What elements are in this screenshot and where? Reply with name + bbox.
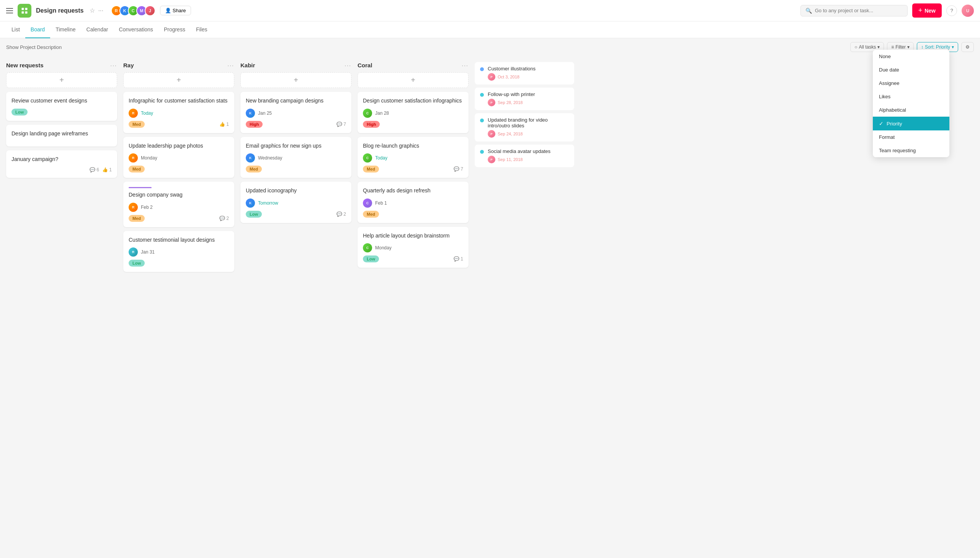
card-branding-campaign[interactable]: New branding campaign designs K Jan 25 H… [240, 92, 351, 133]
item-date: Oct 3, 2018 [497, 75, 519, 79]
more-icon[interactable]: ··· [98, 7, 103, 14]
sort-icon: ↕ [921, 44, 923, 50]
tab-board[interactable]: Board [25, 21, 50, 38]
comment-count: 💬 2 [219, 216, 229, 221]
card-title: Quarterly ads design refresh [363, 187, 463, 195]
card-quarterly-ads[interactable]: Quarterly ads design refresh C Feb 1 Med [357, 182, 469, 223]
card-company-swag[interactable]: Design company swag R Feb 2 Med 💬 2 [123, 182, 234, 227]
assignee-avatar: C [363, 243, 372, 253]
help-button[interactable]: ? [946, 5, 957, 16]
card-title: Design company swag [128, 191, 229, 199]
card-help-article[interactable]: Help article layout design brainstorm C … [357, 227, 469, 268]
tasks-icon: ○ [855, 44, 857, 50]
card-title: Customer testimonial layout designs [128, 236, 229, 244]
column-title-new: New requests [6, 62, 44, 69]
assignee-avatar: C [363, 199, 372, 208]
card-title: Design landing page wireframes [12, 130, 112, 138]
card-date: Wednesday [258, 155, 282, 161]
assignee-avatar: K [246, 153, 255, 162]
priority-badge: Med [246, 166, 262, 172]
star-icon[interactable]: ☆ [90, 7, 95, 14]
item-title: Social media avatar updates [488, 148, 569, 154]
assignee-avatar: C [363, 153, 372, 162]
right-item-illustrations[interactable]: Customer illustrations P Oct 3, 2018 [475, 62, 574, 85]
card-title: Infographic for customer satisfaction st… [128, 97, 229, 105]
right-panel: Customer illustrations P Oct 3, 2018 Fol… [475, 62, 574, 547]
priority-badge: Med [128, 166, 145, 172]
card-title: Design customer satisfaction infographic… [363, 97, 463, 105]
show-description[interactable]: Show Project Description [6, 44, 62, 50]
card-iconography[interactable]: Updated iconography K Tomorrow Low 💬 2 [240, 182, 351, 223]
sort-option-alphabetical[interactable]: Alphabetical [873, 103, 949, 117]
app-icon [18, 4, 31, 18]
card-jan-campaign[interactable]: January campaign? 💬 6 👍 1 [6, 150, 117, 178]
card-title: January campaign? [12, 156, 112, 163]
item-date: Sep 28, 2018 [497, 100, 522, 105]
column-more-new[interactable]: ··· [110, 62, 117, 69]
customize-icon: ⚙ [965, 44, 970, 50]
new-button[interactable]: + New [912, 3, 942, 18]
item-avatar: P [488, 156, 495, 163]
sort-option-team[interactable]: Team requesting [873, 144, 949, 157]
right-item-printer[interactable]: Follow-up with printer P Sep 28, 2018 [475, 88, 574, 110]
add-card-kabir[interactable]: + [240, 72, 351, 88]
column-more-ray[interactable]: ··· [227, 62, 234, 69]
priority-badge: Low [363, 256, 379, 263]
card-date: Today [141, 110, 153, 116]
card-landing-wireframes[interactable]: Design landing page wireframes [6, 125, 117, 147]
search-bar[interactable]: 🔍 [800, 5, 908, 16]
user-avatar[interactable]: U [962, 5, 974, 17]
card-leadership-photos[interactable]: Update leadership page photos R Monday M… [123, 137, 234, 178]
tab-files[interactable]: Files [191, 21, 213, 38]
sort-option-likes[interactable]: Likes [873, 90, 949, 103]
card-infographic[interactable]: Infographic for customer satisfaction st… [123, 92, 234, 133]
add-card-coral[interactable]: + [357, 72, 469, 88]
tab-calendar[interactable]: Calendar [81, 21, 114, 38]
assignee-avatar: R [128, 248, 138, 257]
card-title: Email graphics for new sign ups [246, 142, 346, 150]
tab-list[interactable]: List [6, 21, 25, 38]
card-email-graphics[interactable]: Email graphics for new sign ups K Wednes… [240, 137, 351, 178]
item-title: Customer illustrations [488, 66, 569, 72]
card-testimonial-layout[interactable]: Customer testimonial layout designs R Ja… [123, 231, 234, 272]
card-satisfaction-infographics[interactable]: Design customer satisfaction infographic… [357, 92, 469, 133]
item-title: Updated branding for video intro/outro s… [488, 117, 569, 128]
column-kabir: Kabir ··· + New branding campaign design… [240, 62, 351, 547]
comment-count: 💬 7 [336, 121, 346, 127]
tab-progress[interactable]: Progress [158, 21, 191, 38]
card-blog-relaunch[interactable]: Blog re-launch graphics C Today Med 💬 7 [357, 137, 469, 178]
status-dot [480, 118, 484, 122]
column-more-kabir[interactable]: ··· [344, 62, 351, 69]
hamburger-menu[interactable] [6, 8, 13, 13]
priority-badge: Low [128, 260, 145, 267]
card-review-event[interactable]: Review customer event designs Low [6, 92, 117, 121]
tab-conversations[interactable]: Conversations [113, 21, 158, 38]
share-icon: 👤 [165, 8, 171, 13]
sort-option-format[interactable]: Format [873, 130, 949, 144]
item-avatar: P [488, 73, 495, 81]
priority-badge: Med [128, 121, 145, 128]
item-avatar: P [488, 130, 495, 138]
customize-button[interactable]: ⚙ [961, 42, 974, 52]
tab-timeline[interactable]: Timeline [50, 21, 81, 38]
board: New requests ··· + Review customer event… [0, 56, 980, 553]
add-card-new[interactable]: + [6, 72, 117, 88]
column-more-coral[interactable]: ··· [462, 62, 469, 69]
card-title: Updated iconography [246, 187, 346, 195]
sort-option-none[interactable]: None [873, 50, 949, 63]
assignee-avatar: R [128, 108, 138, 118]
sort-option-assignee[interactable]: Assignee [873, 77, 949, 90]
sort-option-priority[interactable]: ✓ Priority [873, 117, 949, 130]
card-title: New branding campaign designs [246, 97, 346, 105]
right-item-social-avatar[interactable]: Social media avatar updates P Sep 11, 20… [475, 144, 574, 167]
sort-option-duedate[interactable]: Due date [873, 63, 949, 77]
comment-count: 👍 1 [219, 121, 229, 127]
card-title: Blog re-launch graphics [363, 142, 463, 150]
add-card-ray[interactable]: + [123, 72, 234, 88]
share-button[interactable]: 👤 Share [160, 6, 191, 15]
search-input[interactable] [815, 8, 903, 13]
priority-badge: Med [363, 211, 379, 218]
status-dot [480, 93, 484, 97]
right-item-branding-video[interactable]: Updated branding for video intro/outro s… [475, 113, 574, 141]
card-date: Monday [375, 245, 392, 251]
